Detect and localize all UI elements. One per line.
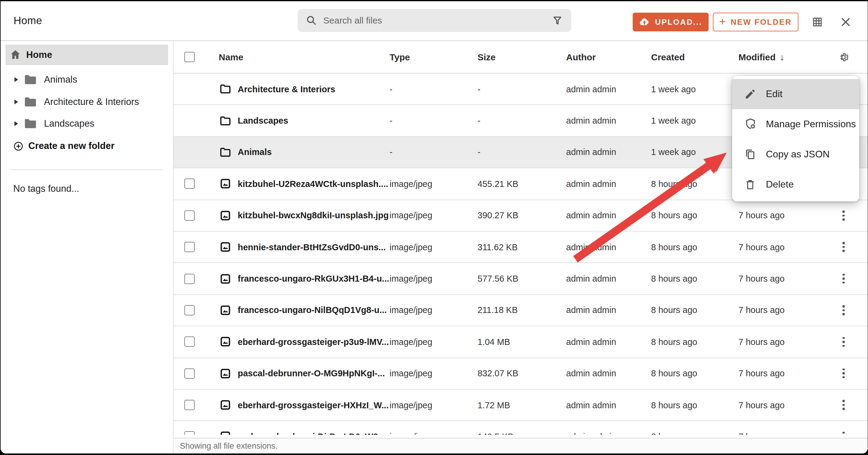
file-size: 140.5 KB xyxy=(477,432,514,435)
column-header-size[interactable]: Size xyxy=(477,52,496,62)
sidebar-folder-item[interactable]: Animals xyxy=(1,69,173,91)
image-file-icon xyxy=(220,210,230,221)
upload-button[interactable]: UPLOAD... xyxy=(633,13,708,31)
table-row[interactable]: eberhard-grossgasteiger-HXHzI_W... image… xyxy=(173,390,868,421)
file-type: image/jpeg xyxy=(390,400,432,410)
file-author: admin admin xyxy=(566,179,616,189)
column-header-name[interactable]: Name xyxy=(219,52,243,62)
menu-item-copy-as-json[interactable]: Copy as JSON xyxy=(732,139,859,169)
trash-icon xyxy=(744,178,757,190)
file-author: admin admin xyxy=(566,400,616,410)
table-header: Name Type Size Author Created Modified ↓ xyxy=(173,41,868,74)
sidebar-item-home[interactable]: Home xyxy=(5,45,168,65)
file-created: 1 week ago xyxy=(651,84,696,94)
row-checkbox[interactable] xyxy=(184,179,195,189)
file-modified: 7 hours ago xyxy=(739,337,784,347)
image-file-icon xyxy=(220,400,230,410)
folder-icon xyxy=(24,118,37,130)
menu-item-label: Delete xyxy=(766,179,794,190)
status-text: Showing all file extensions. xyxy=(180,442,277,451)
column-header-type[interactable]: Type xyxy=(390,52,410,62)
window: Home UPLOAD... + NEW FOLDER xyxy=(0,0,868,455)
row-kebab-menu-icon[interactable] xyxy=(840,303,847,317)
file-created: 8 hours ago xyxy=(651,368,697,378)
folder-icon xyxy=(220,147,230,158)
search-input[interactable] xyxy=(322,15,552,26)
column-settings-gear-icon[interactable] xyxy=(838,51,849,63)
file-name: kitzbuhel-U2Reza4WCtk-unsplash.... xyxy=(238,179,389,189)
new-folder-button[interactable]: + NEW FOLDER xyxy=(713,13,798,31)
menu-item-delete[interactable]: Delete xyxy=(732,169,859,199)
table-row[interactable]: pascal-debrunner-O-MG9HpNKgI-... image/j… xyxy=(173,358,868,390)
row-kebab-menu-icon[interactable] xyxy=(840,208,847,223)
file-created: 8 hours ago xyxy=(651,242,697,252)
file-modified: 7 hours ago xyxy=(739,242,784,252)
sidebar-folder-item[interactable]: Architecture & Interiors xyxy=(1,91,173,113)
table-row[interactable]: eberhard-grossgasteiger-p3u9-lMV... imag… xyxy=(173,326,868,358)
row-kebab-menu-icon[interactable] xyxy=(840,240,847,255)
cloud-upload-icon xyxy=(639,16,650,28)
close-icon[interactable] xyxy=(841,17,851,27)
column-header-modified[interactable]: Modified xyxy=(739,52,776,62)
row-checkbox[interactable] xyxy=(184,274,195,284)
file-created: 8 hours ago xyxy=(651,306,697,315)
grid-view-icon[interactable] xyxy=(812,17,823,27)
search-bar[interactable] xyxy=(298,9,571,32)
select-all-checkbox[interactable] xyxy=(184,52,195,62)
filter-icon[interactable] xyxy=(552,15,563,26)
folder-tree: Animals Architecture & Interiors Landsca… xyxy=(1,69,173,135)
image-file-icon xyxy=(220,242,230,252)
row-checkbox[interactable] xyxy=(184,242,195,252)
caret-right-icon[interactable] xyxy=(14,78,18,82)
sidebar-folder-item[interactable]: Landscapes xyxy=(1,113,173,135)
row-kebab-menu-icon[interactable] xyxy=(840,366,847,381)
row-kebab-menu-icon[interactable] xyxy=(840,334,847,349)
file-created: 8 hours ago xyxy=(651,211,697,220)
file-modified: 7 hours ago xyxy=(739,306,784,315)
menu-item-label: Edit xyxy=(766,88,782,99)
sidebar-divider xyxy=(10,169,163,170)
column-header-created[interactable]: Created xyxy=(651,52,685,62)
row-kebab-menu-icon[interactable] xyxy=(840,398,847,413)
caret-right-icon[interactable] xyxy=(14,121,18,126)
file-name: pascal-debrunner-O-MG9HpNKgI-... xyxy=(238,368,385,378)
file-author: admin admin xyxy=(566,432,616,435)
row-checkbox[interactable] xyxy=(184,305,195,315)
table-row[interactable]: kitzbuhel-bwcxNg8dkiI-unsplash.jpg image… xyxy=(173,200,868,232)
menu-item-edit[interactable]: Edit xyxy=(732,79,859,109)
file-name: hennie-stander-BtHtZsGvdD0-uns... xyxy=(238,242,385,252)
file-size: - xyxy=(477,84,480,94)
row-checkbox[interactable] xyxy=(184,368,195,378)
sidebar-home-label: Home xyxy=(26,50,52,60)
home-icon xyxy=(9,49,21,61)
caret-right-icon[interactable] xyxy=(14,99,18,104)
image-file-icon xyxy=(220,274,230,284)
sort-desc-icon[interactable]: ↓ xyxy=(780,52,784,62)
image-file-icon xyxy=(220,368,230,378)
row-checkbox[interactable] xyxy=(184,337,195,347)
row-checkbox[interactable] xyxy=(184,210,195,221)
file-size: 455.21 KB xyxy=(477,179,518,189)
image-file-icon xyxy=(220,337,230,347)
column-header-author[interactable]: Author xyxy=(566,52,596,62)
sidebar-folder-label: Landscapes xyxy=(44,118,94,130)
row-checkbox[interactable] xyxy=(184,400,195,410)
row-checkbox[interactable] xyxy=(184,431,195,435)
file-name: eberhard-grossgasteiger-p3u9-lMV... xyxy=(238,337,389,347)
file-type: image/jpeg xyxy=(390,242,432,252)
sidebar-folder-label: Animals xyxy=(44,75,77,85)
pencil-icon xyxy=(744,88,757,100)
menu-item-manage-permissions[interactable]: Manage Permissions xyxy=(732,109,859,139)
table-row[interactable]: francesco-ungaro-RkGUx3H1-B4-u... image/… xyxy=(173,263,868,295)
search-icon xyxy=(305,15,317,26)
create-folder-label: Create a new folder xyxy=(28,141,115,151)
row-kebab-menu-icon[interactable] xyxy=(840,272,847,286)
table-row[interactable]: mohamed-nohassi-Di-DmLD6cW8-... image/jp… xyxy=(173,421,868,435)
table-row[interactable]: francesco-ungaro-NilBQqD1Vg8-u... image/… xyxy=(173,294,868,326)
image-file-icon xyxy=(220,431,230,435)
row-kebab-menu-icon[interactable] xyxy=(840,429,847,435)
table-row[interactable]: hennie-stander-BtHtZsGvdD0-uns... image/… xyxy=(173,232,868,263)
create-folder-button[interactable]: Create a new folder xyxy=(13,141,115,151)
status-bar: Showing all file extensions. xyxy=(174,437,868,453)
file-type: - xyxy=(390,84,393,94)
